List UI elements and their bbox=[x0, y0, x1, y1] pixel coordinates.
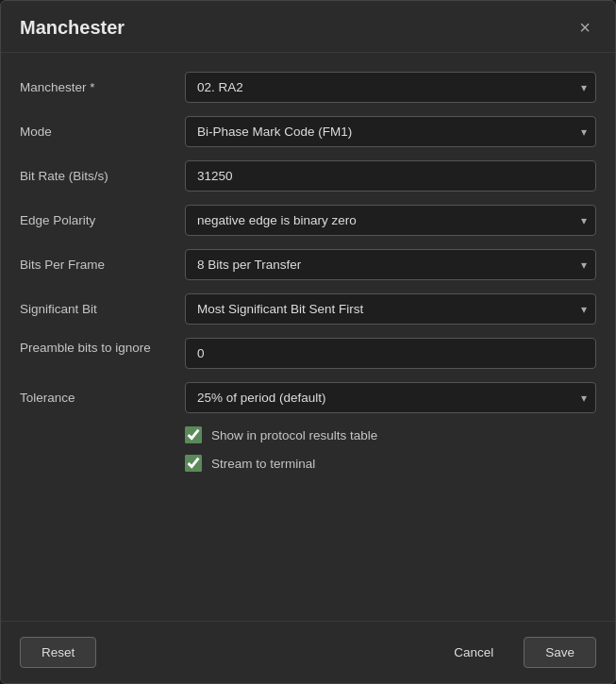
edge-polarity-select-wrapper: negative edge is binary zero ▾ bbox=[185, 205, 596, 236]
reset-button[interactable]: Reset bbox=[20, 637, 96, 668]
preamble-label: Preamble bits to ignore bbox=[20, 338, 185, 357]
stream-terminal-row: Stream to terminal bbox=[20, 455, 596, 472]
preamble-row: Preamble bits to ignore bbox=[20, 338, 596, 369]
mode-label: Mode bbox=[20, 122, 185, 142]
significant-bit-row: Significant Bit Most Significant Bit Sen… bbox=[20, 293, 596, 325]
tolerance-select-wrapper: 25% of period (default) ▾ bbox=[185, 382, 596, 413]
manchester-select[interactable]: 02. RA2 bbox=[185, 72, 596, 103]
tolerance-select[interactable]: 25% of period (default) bbox=[185, 382, 596, 413]
close-button[interactable]: × bbox=[574, 16, 596, 39]
stream-to-terminal-checkbox[interactable] bbox=[185, 455, 202, 472]
show-in-table-row: Show in protocol results table bbox=[20, 426, 596, 443]
edge-polarity-row: Edge Polarity negative edge is binary ze… bbox=[20, 205, 596, 236]
bits-per-frame-row: Bits Per Frame 8 Bits per Transfer ▾ bbox=[20, 249, 596, 280]
preamble-input[interactable] bbox=[185, 338, 596, 369]
bit-rate-label: Bit Rate (Bits/s) bbox=[20, 166, 185, 186]
footer-right: Cancel Save bbox=[433, 637, 596, 668]
bits-per-frame-select-wrapper: 8 Bits per Transfer ▾ bbox=[185, 249, 596, 280]
manchester-select-wrapper: 02. RA2 ▾ bbox=[185, 72, 596, 103]
bit-rate-input[interactable] bbox=[185, 160, 596, 192]
mode-select[interactable]: Bi-Phase Mark Code (FM1) bbox=[185, 116, 596, 147]
significant-bit-select-wrapper: Most Significant Bit Sent First ▾ bbox=[185, 293, 596, 325]
dialog-title: Manchester bbox=[20, 17, 125, 39]
edge-polarity-label: Edge Polarity bbox=[20, 210, 185, 230]
manchester-dialog: Manchester × Manchester * 02. RA2 ▾ Mode… bbox=[0, 0, 616, 684]
mode-select-wrapper: Bi-Phase Mark Code (FM1) ▾ bbox=[185, 116, 596, 147]
dialog-header: Manchester × bbox=[1, 1, 615, 53]
bits-per-frame-select[interactable]: 8 Bits per Transfer bbox=[185, 249, 596, 280]
manchester-label: Manchester * bbox=[20, 77, 185, 97]
tolerance-label: Tolerance bbox=[20, 388, 185, 408]
stream-to-terminal-label: Stream to terminal bbox=[211, 457, 315, 471]
save-button[interactable]: Save bbox=[524, 637, 596, 668]
show-in-table-label: Show in protocol results table bbox=[211, 428, 377, 442]
edge-polarity-select[interactable]: negative edge is binary zero bbox=[185, 205, 596, 236]
mode-row: Mode Bi-Phase Mark Code (FM1) ▾ bbox=[20, 116, 596, 147]
manchester-row: Manchester * 02. RA2 ▾ bbox=[20, 72, 596, 103]
show-in-table-checkbox[interactable] bbox=[185, 426, 202, 443]
bits-per-frame-label: Bits Per Frame bbox=[20, 255, 185, 275]
dialog-body: Manchester * 02. RA2 ▾ Mode Bi-Phase Mar… bbox=[1, 53, 615, 621]
dialog-footer: Reset Cancel Save bbox=[1, 621, 615, 683]
significant-bit-label: Significant Bit bbox=[20, 299, 185, 319]
cancel-button[interactable]: Cancel bbox=[433, 638, 514, 667]
bit-rate-row: Bit Rate (Bits/s) bbox=[20, 160, 596, 192]
tolerance-row: Tolerance 25% of period (default) ▾ bbox=[20, 382, 596, 413]
significant-bit-select[interactable]: Most Significant Bit Sent First bbox=[185, 293, 596, 325]
